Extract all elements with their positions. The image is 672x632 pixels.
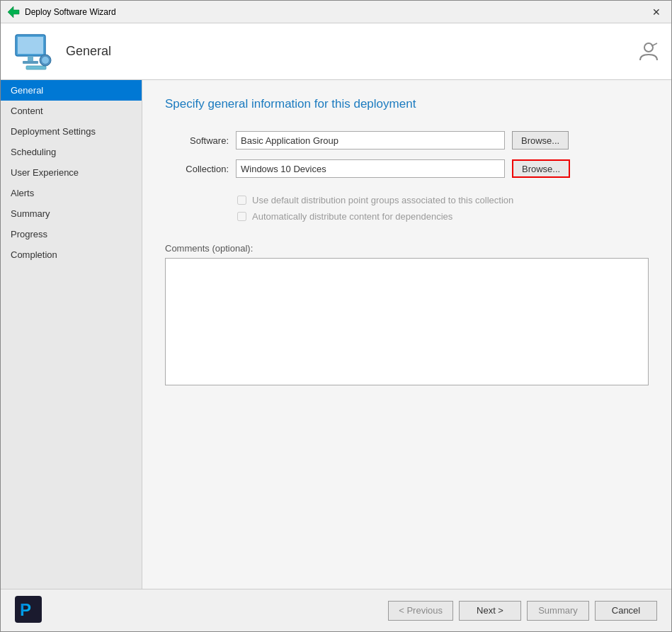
software-label: Software: [165, 135, 229, 146]
svg-rect-4 [23, 61, 38, 64]
collection-browse-button[interactable]: Browse... [512, 159, 570, 178]
summary-button[interactable]: Summary [527, 601, 589, 621]
software-input[interactable] [236, 131, 505, 149]
sidebar-item-completion[interactable]: Completion [1, 244, 142, 265]
previous-button[interactable]: < Previous [388, 601, 453, 621]
svg-rect-3 [28, 56, 33, 62]
auto-distribute-label: Automatically distribute content for dep… [252, 211, 452, 222]
content-area: General Content Deployment Settings Sche… [1, 80, 671, 589]
svg-point-7 [42, 57, 49, 64]
sidebar-item-scheduling[interactable]: Scheduling [1, 142, 142, 162]
main-panel: Specify general information for this dep… [142, 80, 671, 589]
svg-text:P: P [20, 600, 31, 619]
header-computer-icon [12, 30, 55, 73]
software-row: Software: Browse... [165, 131, 649, 149]
svg-rect-2 [18, 37, 43, 54]
form-section: Software: Browse... Collection: Browse..… [165, 131, 649, 178]
comments-textarea[interactable] [165, 258, 649, 385]
sidebar-item-deployment-settings[interactable]: Deployment Settings [1, 121, 142, 142]
footer-logo: P [15, 596, 42, 625]
footer-buttons: < Previous Next > Summary Cancel [388, 601, 657, 621]
collection-row: Collection: Browse... [165, 159, 649, 178]
checkbox-row-2: Automatically distribute content for dep… [237, 211, 649, 222]
sidebar-item-user-experience[interactable]: User Experience [1, 162, 142, 183]
comments-label: Comments (optional): [165, 243, 649, 254]
default-distribution-label: Use default distribution point groups as… [252, 195, 513, 205]
collection-input[interactable] [236, 159, 505, 178]
collection-label: Collection: [165, 164, 229, 174]
default-distribution-checkbox[interactable] [237, 196, 246, 205]
software-browse-button[interactable]: Browse... [512, 131, 569, 149]
title-bar-text: Deploy Software Wizard [25, 7, 647, 17]
title-bar: Deploy Software Wizard ✕ [1, 1, 671, 23]
svg-rect-5 [26, 66, 46, 69]
title-bar-icon [6, 5, 21, 19]
wizard-window: Deploy Software Wizard ✕ General [0, 0, 672, 632]
checkbox-row-1: Use default distribution point groups as… [237, 195, 649, 205]
main-title: Specify general information for this dep… [165, 97, 649, 111]
auto-distribute-checkbox[interactable] [237, 212, 246, 221]
sidebar-item-alerts[interactable]: Alerts [1, 183, 142, 203]
next-button[interactable]: Next > [459, 601, 521, 621]
sidebar-item-general[interactable]: General [1, 80, 142, 101]
comments-section: Comments (optional): [165, 243, 649, 388]
sidebar: General Content Deployment Settings Sche… [1, 80, 142, 589]
cancel-button[interactable]: Cancel [595, 601, 657, 621]
header-title: General [66, 44, 111, 59]
footer-area: P < Previous Next > Summary Cancel [1, 589, 671, 631]
svg-point-8 [644, 43, 653, 52]
sidebar-item-content[interactable]: Content [1, 101, 142, 121]
sidebar-item-progress[interactable]: Progress [1, 224, 142, 244]
close-button[interactable]: ✕ [647, 4, 666, 20]
header-bar: General [1, 23, 671, 80]
person-icon [637, 40, 660, 63]
sidebar-item-summary[interactable]: Summary [1, 203, 142, 224]
svg-marker-0 [8, 6, 19, 18]
